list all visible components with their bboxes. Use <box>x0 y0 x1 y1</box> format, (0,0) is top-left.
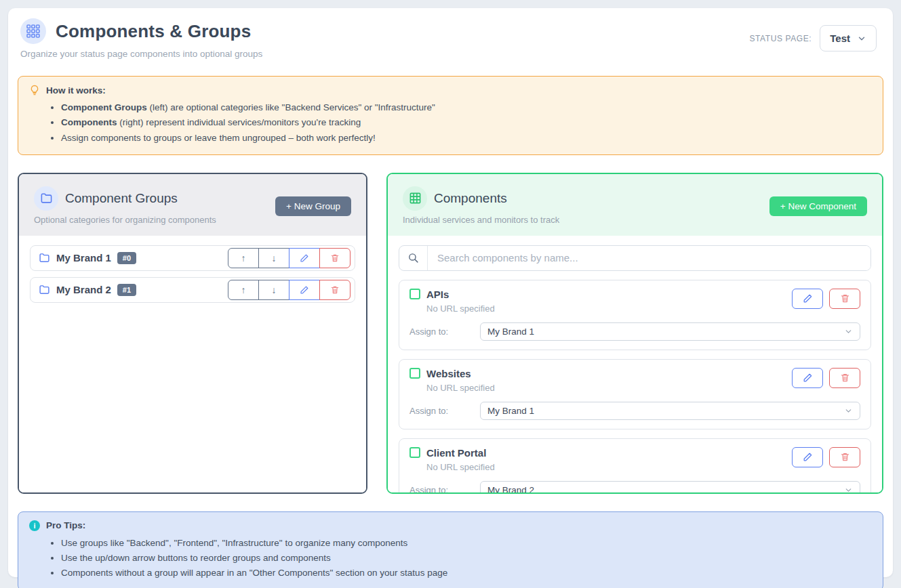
move-up-button[interactable]: ↑ <box>228 248 259 268</box>
pencil-icon <box>803 293 813 303</box>
delete-group-button[interactable] <box>319 248 351 268</box>
how-it-works-item: Component Groups (left) are optional cat… <box>61 100 872 115</box>
groups-list: My Brand 1 #0 ↑ ↓ <box>19 236 366 492</box>
pro-tips-list: Use groups like "Backend", "Frontend", "… <box>61 536 872 581</box>
search-icon <box>399 246 428 270</box>
how-it-works-item: Components (right) represent individual … <box>61 115 872 130</box>
group-row: My Brand 2 #1 ↑ ↓ <box>30 277 355 303</box>
pro-tip-item: Components without a group will appear i… <box>61 566 872 581</box>
component-card: APIs No URL specified <box>399 280 871 350</box>
info-icon: i <box>29 520 40 531</box>
how-it-works-list: Component Groups (left) are optional cat… <box>61 100 872 146</box>
lightbulb-icon <box>29 85 40 96</box>
component-search <box>399 245 871 271</box>
groups-panel-header: Component Groups Optional categories for… <box>19 174 366 236</box>
component-name: APIs <box>426 289 449 300</box>
assign-to-label: Assign to: <box>409 485 480 494</box>
pencil-icon <box>300 253 309 263</box>
assign-group-value: My Brand 2 <box>487 485 534 494</box>
assign-to-label: Assign to: <box>409 406 480 416</box>
page-header: Components & Groups Organize your status… <box>18 18 883 68</box>
component-url-status: No URL specified <box>426 383 495 393</box>
folder-icon <box>39 252 50 264</box>
chevron-down-icon <box>844 406 853 415</box>
trash-icon <box>330 253 340 263</box>
pencil-icon <box>300 285 309 295</box>
edit-group-button[interactable] <box>289 248 320 268</box>
groups-panel-title: Component Groups <box>65 191 178 206</box>
new-component-button[interactable]: + New Component <box>769 196 867 216</box>
trash-icon <box>840 293 850 303</box>
assign-group-value: My Brand 1 <box>487 327 534 337</box>
delete-group-button[interactable] <box>319 280 351 300</box>
pro-tips-box: i Pro Tips: Use groups like "Backend", "… <box>18 511 883 588</box>
delete-component-button[interactable] <box>829 289 860 309</box>
pencil-icon <box>803 373 813 383</box>
folder-icon <box>39 284 50 295</box>
chevron-down-icon <box>844 486 853 494</box>
status-page-label: STATUS PAGE: <box>749 34 812 43</box>
components-panel-subtitle: Individual services and monitors to trac… <box>403 215 867 225</box>
group-order-badge: #0 <box>117 252 136 264</box>
assign-group-value: My Brand 1 <box>487 406 534 416</box>
edit-component-button[interactable] <box>792 447 823 467</box>
assign-group-select[interactable]: My Brand 1 <box>480 322 860 341</box>
assign-group-select[interactable]: My Brand 2 <box>480 481 860 494</box>
trash-icon <box>840 373 850 383</box>
how-it-works-title: How it works: <box>46 85 106 96</box>
trash-icon <box>330 285 340 295</box>
page-title: Components & Groups <box>56 21 251 42</box>
status-page-picker: STATUS PAGE: Test <box>749 25 877 51</box>
components-panel-title: Components <box>434 191 507 206</box>
pro-tip-item: Use groups like "Backend", "Frontend", "… <box>61 536 872 551</box>
component-checkbox[interactable] <box>409 368 420 379</box>
apps-grid-icon <box>20 18 46 44</box>
group-order-badge: #1 <box>117 284 136 296</box>
component-url-status: No URL specified <box>426 462 495 472</box>
chevron-down-icon <box>844 327 853 336</box>
how-it-works-item: Assign components to groups or leave the… <box>61 131 872 146</box>
group-name: My Brand 1 <box>56 252 111 264</box>
components-list: APIs No URL specified <box>388 236 882 494</box>
pro-tips-title: Pro Tips: <box>46 520 85 530</box>
assign-to-label: Assign to: <box>409 327 480 337</box>
delete-component-button[interactable] <box>829 447 860 467</box>
move-down-button[interactable]: ↓ <box>258 280 289 300</box>
components-panel-header: Components Individual services and monit… <box>388 174 882 236</box>
group-name: My Brand 2 <box>56 284 111 295</box>
chevron-down-icon <box>857 34 866 43</box>
component-card: Client Portal No URL specified <box>399 438 871 494</box>
folder-icon <box>34 186 58 211</box>
component-card: Websites No URL specified <box>399 359 871 429</box>
components-panel: Components Individual services and monit… <box>386 173 883 494</box>
component-name: Websites <box>426 368 471 379</box>
trash-icon <box>840 452 850 462</box>
move-up-button[interactable]: ↑ <box>228 280 259 300</box>
pro-tip-item: Use the up/down arrow buttons to reorder… <box>61 551 872 566</box>
groups-panel-subtitle: Optional categories for organizing compo… <box>34 215 351 225</box>
grid-icon <box>403 186 427 211</box>
edit-component-button[interactable] <box>792 368 823 388</box>
component-checkbox[interactable] <box>409 447 420 458</box>
edit-group-button[interactable] <box>289 280 320 300</box>
main-card: Components & Groups Organize your status… <box>8 8 893 577</box>
assign-group-select[interactable]: My Brand 1 <box>480 402 860 420</box>
component-checkbox[interactable] <box>409 289 420 299</box>
delete-component-button[interactable] <box>829 368 860 388</box>
component-name: Client Portal <box>426 447 486 459</box>
search-input[interactable] <box>428 246 870 270</box>
how-it-works-box: How it works: Component Groups (left) ar… <box>18 76 883 155</box>
new-group-button[interactable]: + New Group <box>275 196 351 216</box>
component-groups-panel: Component Groups Optional categories for… <box>18 173 367 494</box>
move-down-button[interactable]: ↓ <box>258 248 289 268</box>
status-page-value: Test <box>830 33 850 44</box>
edit-component-button[interactable] <box>792 289 823 309</box>
pencil-icon <box>803 452 813 462</box>
group-row: My Brand 1 #0 ↑ ↓ <box>30 245 355 271</box>
component-url-status: No URL specified <box>426 303 495 314</box>
status-page-select[interactable]: Test <box>820 25 877 51</box>
